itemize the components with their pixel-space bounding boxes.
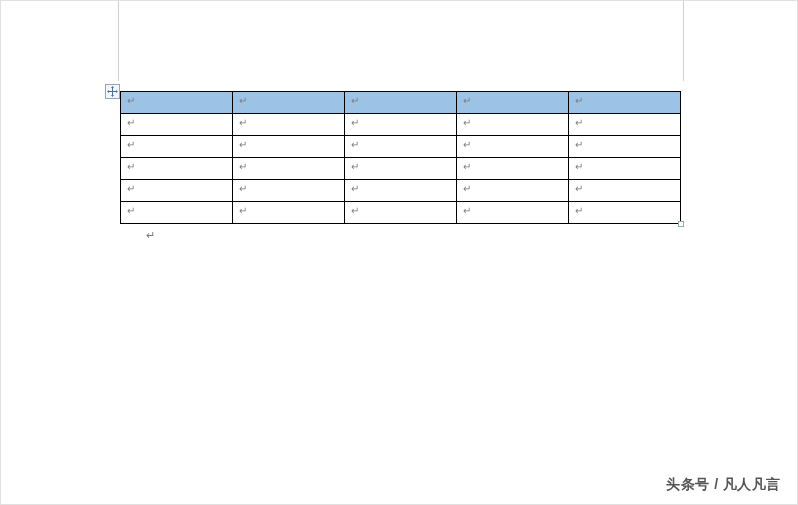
paragraph-mark-icon: ↵ [351,160,359,174]
table-cell[interactable]: ↵ [345,202,457,224]
table-cell[interactable]: ↵ [233,202,345,224]
document-page: ↵↵↵↵↵↵↵↵↵↵↵↵↵↵↵↵↵↵↵↵↵↵↵↵↵↵↵↵↵↵ ↵ 头条号 / 凡… [1,1,798,505]
table-cell[interactable]: ↵ [569,202,681,224]
table-cell[interactable]: ↵ [569,136,681,158]
paragraph-mark-icon: ↵ [351,116,359,130]
paragraph-mark-icon: ↵ [463,182,471,196]
paragraph-mark-icon: ↵ [463,204,471,218]
paragraph-mark-icon: ↵ [575,182,583,196]
table-cell[interactable]: ↵ [121,114,233,136]
table-cell[interactable]: ↵ [233,92,345,114]
paragraph-mark-icon: ↵ [239,138,247,152]
table-resize-handle[interactable] [678,221,684,227]
paragraph-mark-icon: ↵ [575,138,583,152]
paragraph-mark-icon: ↵ [575,204,583,218]
paragraph-mark: ↵ [146,229,155,242]
table-cell[interactable]: ↵ [345,92,457,114]
paragraph-mark-icon: ↵ [351,94,359,108]
paragraph-mark-icon: ↵ [351,182,359,196]
paragraph-mark-icon: ↵ [239,204,247,218]
margin-guide-right [683,1,684,81]
table-cell[interactable]: ↵ [457,114,569,136]
paragraph-mark-icon: ↵ [239,94,247,108]
paragraph-mark-icon: ↵ [575,94,583,108]
table-cell[interactable]: ↵ [457,136,569,158]
table-cell[interactable]: ↵ [121,136,233,158]
table-row: ↵↵↵↵↵ [121,158,681,180]
document-table[interactable]: ↵↵↵↵↵↵↵↵↵↵↵↵↵↵↵↵↵↵↵↵↵↵↵↵↵↵↵↵↵↵ [120,91,681,224]
table-cell[interactable]: ↵ [457,158,569,180]
table-cell[interactable]: ↵ [569,92,681,114]
watermark-text: 头条号 / 凡人凡言 [666,476,781,494]
table-cell[interactable]: ↵ [457,92,569,114]
paragraph-mark-icon: ↵ [463,138,471,152]
table-cell[interactable]: ↵ [121,180,233,202]
table-cell[interactable]: ↵ [233,136,345,158]
table-cell[interactable]: ↵ [345,158,457,180]
paragraph-mark-icon: ↵ [239,160,247,174]
paragraph-mark-icon: ↵ [351,138,359,152]
table-cell[interactable]: ↵ [121,158,233,180]
table-cell[interactable]: ↵ [345,180,457,202]
paragraph-mark-icon: ↵ [127,182,135,196]
paragraph-mark-icon: ↵ [463,94,471,108]
paragraph-mark-icon: ↵ [127,160,135,174]
paragraph-mark-icon: ↵ [127,138,135,152]
table-cell[interactable]: ↵ [345,114,457,136]
table-cell[interactable]: ↵ [233,114,345,136]
table-cell[interactable]: ↵ [233,158,345,180]
paragraph-mark-icon: ↵ [463,160,471,174]
paragraph-mark-icon: ↵ [127,116,135,130]
table-cell[interactable]: ↵ [569,158,681,180]
table-cell[interactable]: ↵ [233,180,345,202]
paragraph-mark-icon: ↵ [127,94,135,108]
margin-guide-left [118,1,119,81]
paragraph-mark-icon: ↵ [575,160,583,174]
paragraph-mark-icon: ↵ [127,204,135,218]
table-row: ↵↵↵↵↵ [121,136,681,158]
table-header-row: ↵↵↵↵↵ [121,92,681,114]
table-cell[interactable]: ↵ [457,180,569,202]
table-row: ↵↵↵↵↵ [121,202,681,224]
paragraph-mark-icon: ↵ [239,116,247,130]
table-cell[interactable]: ↵ [569,180,681,202]
move-icon [107,86,118,97]
table-cell[interactable]: ↵ [457,202,569,224]
table-cell[interactable]: ↵ [569,114,681,136]
paragraph-mark-icon: ↵ [575,116,583,130]
paragraph-mark-icon: ↵ [351,204,359,218]
table-cell[interactable]: ↵ [121,92,233,114]
paragraph-mark-icon: ↵ [463,116,471,130]
table-cell[interactable]: ↵ [121,202,233,224]
table-row: ↵↵↵↵↵ [121,180,681,202]
table-move-handle[interactable] [105,84,120,99]
table-cell[interactable]: ↵ [345,136,457,158]
paragraph-mark-icon: ↵ [239,182,247,196]
table-row: ↵↵↵↵↵ [121,114,681,136]
